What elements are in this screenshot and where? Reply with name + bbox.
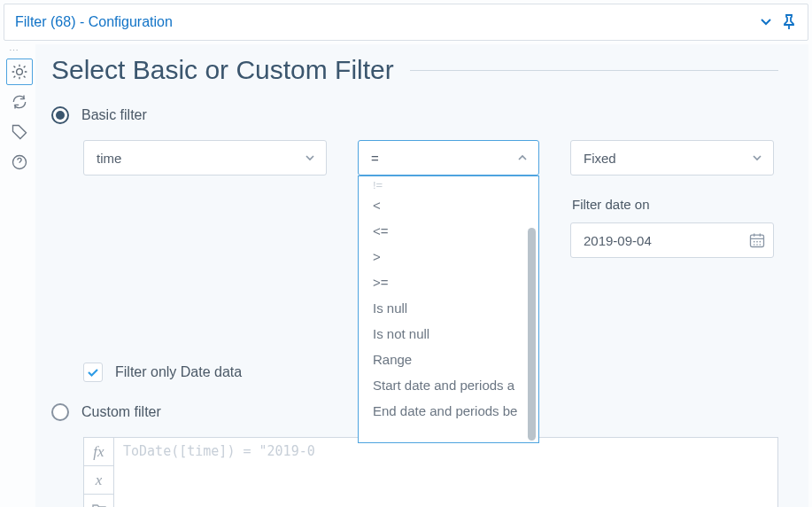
- chevron-down-icon: [745, 152, 769, 163]
- custom-filter-radio[interactable]: [51, 403, 69, 421]
- right-column: Fixed Filter date on 2019-09-04: [570, 140, 774, 258]
- operator-option[interactable]: >=: [359, 269, 538, 295]
- operator-option[interactable]: !=: [359, 182, 538, 192]
- collapse-button[interactable]: [754, 11, 777, 34]
- operator-option[interactable]: Is not null: [359, 321, 538, 347]
- basic-filter-radio[interactable]: [51, 106, 69, 124]
- custom-filter-label: Custom filter: [81, 404, 161, 420]
- chevron-up-icon: [510, 152, 535, 163]
- tag-icon: [11, 123, 28, 141]
- filter-only-date-checkbox[interactable]: [83, 363, 103, 382]
- rail-tag-button[interactable]: [6, 119, 33, 145]
- svg-point-7: [760, 244, 762, 246]
- fx-button[interactable]: fx: [84, 438, 113, 466]
- config-panel: Select Basic or Custom Filter Basic filt…: [35, 44, 808, 507]
- page-title: Select Basic or Custom Filter: [51, 55, 394, 85]
- basic-filter-inputs: time = != < <= > >= Is null: [83, 140, 778, 258]
- filter-only-date-label: Filter only Date data: [115, 364, 242, 380]
- rail-help-button[interactable]: [6, 149, 33, 176]
- rail-config-button[interactable]: [6, 58, 33, 85]
- gear-icon: [11, 63, 28, 81]
- basic-filter-label: Basic filter: [81, 107, 147, 123]
- expression-textarea[interactable]: ToDate([time]) = "2019-0: [113, 437, 778, 507]
- title-bar: Filter (68) - Configuration: [4, 4, 808, 41]
- svg-point-6: [756, 244, 758, 246]
- body: ⋯ Select Basic or Custom Filter Basic fi…: [4, 44, 808, 507]
- operator-dropdown[interactable]: = != < <= > >= Is null Is not null Range…: [358, 140, 539, 176]
- field-dropdown-value: time: [97, 151, 298, 166]
- chevron-down-icon: [298, 152, 322, 163]
- value-type-dropdown[interactable]: Fixed: [570, 140, 774, 176]
- operator-option[interactable]: Range: [359, 347, 538, 372]
- drag-handle[interactable]: ⋯: [4, 46, 35, 55]
- filter-date-input[interactable]: 2019-09-04: [570, 222, 774, 258]
- operator-dropdown-value: =: [371, 151, 510, 166]
- folder-icon: [92, 503, 106, 508]
- expression-toolbar: fx x: [83, 437, 113, 507]
- refresh-icon: [11, 93, 28, 111]
- operator-option[interactable]: Start date and periods a: [359, 372, 538, 398]
- check-icon: [86, 365, 100, 379]
- help-icon: [11, 153, 28, 171]
- calendar-icon: [748, 231, 766, 249]
- window-title: Filter (68) - Configuration: [15, 14, 754, 30]
- operator-dropdown-list: != < <= > >= Is null Is not null Range S…: [358, 176, 539, 443]
- basic-filter-radio-row: Basic filter: [51, 106, 778, 124]
- x-icon: x: [96, 472, 103, 489]
- folder-button[interactable]: [84, 495, 113, 507]
- operator-option[interactable]: >: [359, 244, 538, 269]
- field-dropdown[interactable]: time: [83, 140, 327, 176]
- variable-button[interactable]: x: [84, 466, 113, 495]
- operator-option[interactable]: End date and periods be: [359, 398, 538, 424]
- operator-option[interactable]: <: [359, 192, 538, 218]
- svg-point-2: [754, 241, 755, 243]
- expression-block: fx x ToDate([time]) = "2019-0: [83, 437, 778, 507]
- value-type-value: Fixed: [584, 151, 745, 166]
- svg-point-4: [760, 241, 762, 243]
- fx-icon: fx: [93, 443, 104, 461]
- heading-divider: [410, 70, 778, 71]
- left-rail: ⋯: [4, 44, 35, 507]
- dropdown-scrollbar[interactable]: [528, 228, 536, 441]
- operator-option[interactable]: Is null: [359, 295, 538, 321]
- chevron-down-icon: [760, 16, 772, 28]
- filter-date-value: 2019-09-04: [584, 233, 748, 248]
- rail-refresh-button[interactable]: [6, 89, 33, 115]
- heading-row: Select Basic or Custom Filter: [51, 55, 778, 85]
- svg-point-5: [754, 244, 755, 246]
- filter-date-label: Filter date on: [572, 197, 774, 212]
- operator-option[interactable]: <=: [359, 218, 538, 244]
- svg-point-3: [756, 241, 758, 243]
- pin-icon: [781, 14, 797, 30]
- pin-button[interactable]: [777, 11, 800, 34]
